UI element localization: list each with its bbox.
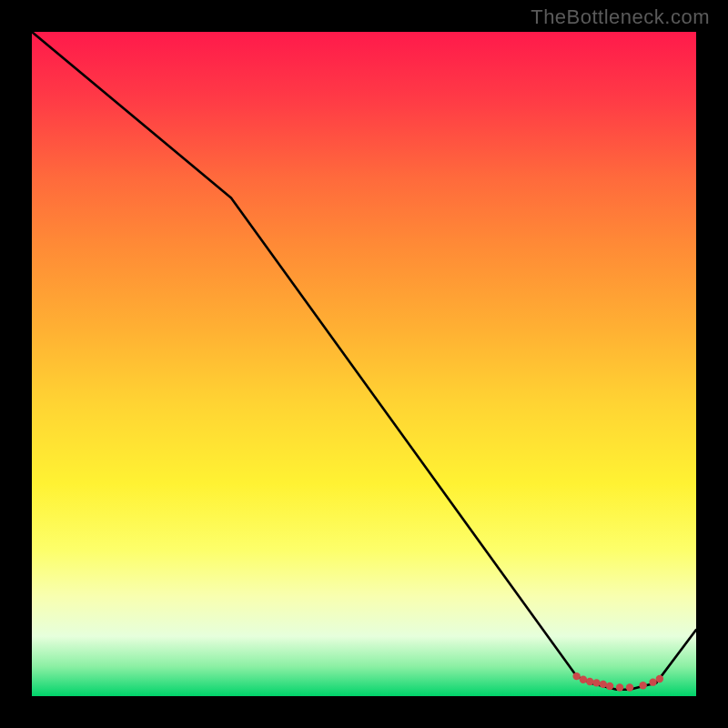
chart-svg <box>32 32 696 696</box>
marker-dot <box>606 682 613 690</box>
marker-dot <box>649 678 656 685</box>
marker-dot <box>639 682 646 689</box>
marker-dot <box>616 683 623 691</box>
plot-area <box>32 32 696 696</box>
chart-frame: TheBottleneck.com <box>0 0 728 728</box>
line-series <box>32 32 696 690</box>
marker-dot <box>592 679 600 686</box>
marker-dot <box>626 683 633 691</box>
marker-dot <box>600 681 607 688</box>
marker-series <box>572 672 663 692</box>
marker-dot <box>572 672 580 680</box>
marker-dot <box>656 675 663 682</box>
marker-dot <box>580 676 587 683</box>
marker-dot <box>586 678 593 685</box>
watermark-text: TheBottleneck.com <box>531 5 710 29</box>
